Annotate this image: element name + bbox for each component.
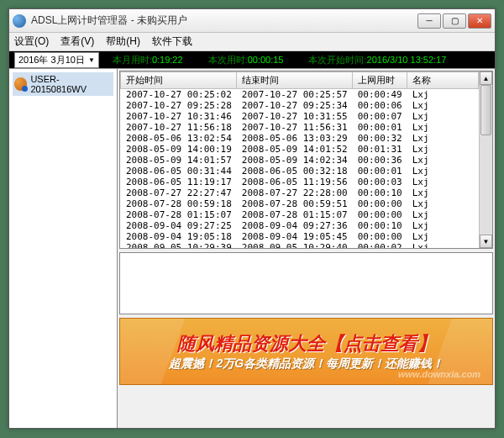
table-row[interactable]: 2008-05-06 13:02:542008-05-06 13:03:2900…: [121, 133, 479, 144]
table-cell: 2008-06-05 00:31:44: [121, 166, 237, 177]
table-cell: 00:00:03: [353, 177, 407, 187]
table-cell: 2008-09-04 09:27:25: [121, 220, 237, 231]
table-cell: 00:00:00: [353, 198, 407, 209]
table-cell: Lxj: [407, 89, 479, 101]
minimize-button[interactable]: ─: [417, 13, 441, 29]
table-cell: 2008-09-04 19:05:45: [237, 231, 353, 242]
table-cell: Lxj: [407, 220, 479, 231]
table-cell: 2007-10-27 09:25:34: [237, 100, 353, 111]
close-button[interactable]: ✕: [468, 13, 491, 29]
chevron-down-icon: ▼: [88, 56, 95, 64]
banner-title: 随风精品资源大全【点击查看】: [177, 331, 436, 356]
table-cell: 00:00:01: [353, 166, 407, 177]
table-scroll: 开始时间 结束时间 上网用时 名称 2007-10-27 00:25:02200…: [120, 71, 479, 248]
table-cell: 2008-07-28 00:59:18: [121, 198, 237, 209]
table-row[interactable]: 2008-09-04 09:27:252008-09-04 09:27:3600…: [121, 220, 479, 231]
table-row[interactable]: 2007-10-27 10:31:462007-10-27 10:31:5500…: [121, 111, 479, 122]
table-header-row: 开始时间 结束时间 上网用时 名称: [121, 72, 479, 89]
window-controls: ─ ▢ ✕: [417, 13, 491, 29]
table-cell: 00:00:07: [353, 111, 407, 122]
table-cell: Lxj: [407, 166, 479, 177]
table-row[interactable]: 2008-07-28 00:59:182008-07-28 00:59:5100…: [121, 198, 479, 209]
table-cell: 00:00:01: [353, 122, 407, 133]
table-row[interactable]: 2008-07-27 22:27:472008-07-27 22:28:0000…: [121, 187, 479, 198]
table-cell: 2008-05-06 13:03:29: [237, 133, 353, 144]
main-area: USER-20150816WV 开始时间 结束时间 上网用时 名称: [9, 68, 495, 428]
table-row[interactable]: 2007-10-27 11:56:182007-10-27 11:56:3100…: [121, 122, 479, 133]
col-end[interactable]: 结束时间: [237, 72, 353, 89]
table-row[interactable]: 2007-10-27 09:25:282007-10-27 09:25:3400…: [121, 100, 479, 111]
main-window: ADSL上网计时管理器 - 未购买用户 ─ ▢ ✕ 设置(O) 查看(V) 帮助…: [8, 8, 496, 429]
table-cell: Lxj: [407, 133, 479, 144]
table-cell: 2008-09-05 10:29:40: [237, 242, 353, 248]
table-cell: Lxj: [407, 209, 479, 220]
table-row[interactable]: 2007-10-27 00:25:022007-10-27 00:25:5700…: [121, 89, 479, 101]
user-label: USER-20150816WV: [30, 74, 112, 94]
table-row[interactable]: 2008-06-05 11:19:172008-06-05 11:19:5600…: [121, 177, 479, 187]
table-cell: Lxj: [407, 122, 479, 133]
table-row[interactable]: 2008-05-09 14:01:572008-05-09 14:02:3400…: [121, 155, 479, 166]
table-row[interactable]: 2008-09-05 10:29:392008-09-05 10:29:4000…: [121, 242, 479, 248]
session-usage: 本次用时:00:00:15: [208, 54, 284, 66]
table-cell: 00:00:36: [353, 155, 407, 166]
month-usage: 本月用时:0:19:22: [113, 54, 183, 66]
table-cell: 00:00:00: [353, 231, 407, 242]
table-cell: 00:00:32: [353, 133, 407, 144]
table-cell: 2007-10-27 10:31:55: [237, 111, 353, 122]
scroll-track[interactable]: [480, 85, 492, 235]
menu-settings[interactable]: 设置(O): [14, 34, 49, 49]
table-cell: Lxj: [407, 111, 479, 122]
log-table-container: 开始时间 结束时间 上网用时 名称 2007-10-27 00:25:02200…: [119, 71, 493, 249]
table-cell: 2008-07-27 22:27:47: [121, 187, 237, 198]
col-start[interactable]: 开始时间: [121, 72, 237, 89]
table-cell: 2008-05-09 14:02:34: [237, 155, 353, 166]
session-start: 本次开始时间:2016/3/10 13:52:17: [308, 54, 446, 66]
table-cell: 00:00:49: [353, 89, 407, 101]
table-cell: 2008-06-05 00:32:18: [237, 166, 353, 177]
user-tree-item[interactable]: USER-20150816WV: [13, 72, 113, 96]
table-cell: Lxj: [407, 177, 479, 187]
user-icon: [14, 77, 27, 91]
table-cell: 00:00:06: [353, 100, 407, 111]
table-cell: 00:00:02: [353, 242, 407, 248]
content-area: 开始时间 结束时间 上网用时 名称 2007-10-27 00:25:02200…: [118, 69, 495, 428]
table-cell: 2008-09-05 10:29:39: [121, 242, 237, 248]
col-name[interactable]: 名称: [407, 72, 479, 89]
date-picker[interactable]: 2016年 3月10日 ▼: [14, 52, 99, 68]
table-cell: 2007-10-27 00:25:02: [121, 89, 237, 101]
window-title: ADSL上网计时管理器 - 未购买用户: [31, 13, 417, 28]
titlebar[interactable]: ADSL上网计时管理器 - 未购买用户 ─ ▢ ✕: [9, 9, 495, 33]
table-cell: 2008-06-05 11:19:17: [121, 177, 237, 187]
detail-panel: [119, 252, 493, 314]
table-cell: 2008-07-28 00:59:51: [237, 198, 353, 209]
menu-download[interactable]: 软件下载: [152, 34, 192, 49]
scroll-down-button[interactable]: ▼: [480, 235, 492, 248]
table-cell: 2008-09-04 09:27:36: [237, 220, 353, 231]
menubar: 设置(O) 查看(V) 帮助(H) 软件下载: [9, 33, 495, 51]
table-cell: 2007-10-27 10:31:46: [121, 111, 237, 122]
menu-help[interactable]: 帮助(H): [106, 34, 140, 49]
table-cell: 2008-05-09 14:01:52: [237, 144, 353, 155]
col-duration[interactable]: 上网用时: [353, 72, 407, 89]
sidebar: USER-20150816WV: [9, 69, 118, 428]
table-cell: 2007-10-27 00:25:57: [237, 89, 353, 101]
table-row[interactable]: 2008-06-05 00:31:442008-06-05 00:32:1800…: [121, 166, 479, 177]
table-row[interactable]: 2008-07-28 01:15:072008-07-28 01:15:0700…: [121, 209, 479, 220]
table-cell: Lxj: [407, 242, 479, 248]
table-row[interactable]: 2008-05-09 14:00:192008-05-09 14:01:5200…: [121, 144, 479, 155]
table-cell: 2007-10-27 09:25:28: [121, 100, 237, 111]
scroll-up-button[interactable]: ▲: [480, 71, 492, 85]
table-cell: Lxj: [407, 198, 479, 209]
scroll-thumb[interactable]: [480, 85, 491, 135]
table-cell: 2008-05-06 13:02:54: [121, 133, 237, 144]
table-cell: 2007-10-27 11:56:18: [121, 122, 237, 133]
table-cell: 2008-05-09 14:01:57: [121, 155, 237, 166]
vertical-scrollbar[interactable]: ▲ ▼: [479, 71, 492, 248]
table-cell: 00:00:10: [353, 187, 407, 198]
log-table: 开始时间 结束时间 上网用时 名称 2007-10-27 00:25:02200…: [120, 71, 479, 248]
ad-banner[interactable]: 随风精品资源大全【点击查看】 超震撼！2万G各类精品资源！每周更新！还能赚钱！ …: [119, 318, 493, 385]
table-row[interactable]: 2008-09-04 19:05:182008-09-04 19:05:4500…: [121, 231, 479, 242]
menu-view[interactable]: 查看(V): [60, 34, 94, 49]
table-cell: 00:00:10: [353, 220, 407, 231]
maximize-button[interactable]: ▢: [443, 13, 466, 29]
